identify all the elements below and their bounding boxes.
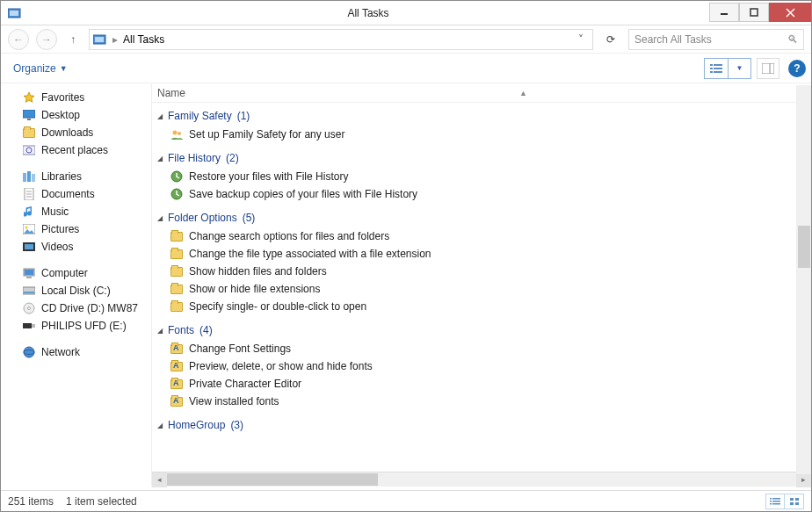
search-input[interactable]: Search All Tasks 🔍︎ <box>628 29 804 50</box>
status-icons-view-button[interactable] <box>785 494 804 509</box>
list-item[interactable]: Show or hide file extensions <box>157 280 811 298</box>
svg-rect-34 <box>26 277 32 278</box>
preview-pane-button[interactable] <box>757 58 779 79</box>
horizontal-scrollbar[interactable]: ◂ ▸ <box>152 472 811 487</box>
vscroll-thumb[interactable] <box>798 226 810 268</box>
forward-button[interactable]: → <box>36 29 57 50</box>
close-button[interactable] <box>769 3 811 22</box>
column-header-name[interactable]: Name <box>157 87 185 99</box>
view-dropdown-icon[interactable]: ▼ <box>728 59 750 78</box>
address-dropdown-icon[interactable]: ˅ <box>578 33 589 46</box>
svg-rect-11 <box>714 68 722 69</box>
sidebar-item[interactable]: Music <box>1 203 151 220</box>
collapse-icon[interactable]: ◢ <box>157 214 163 222</box>
sidebar-libraries[interactable]: Libraries <box>1 168 151 185</box>
chevron-down-icon: ▼ <box>60 64 68 73</box>
scroll-right-button[interactable]: ▸ <box>796 472 811 487</box>
usb-icon <box>22 319 36 333</box>
group-header[interactable]: ◢File History (2) <box>157 148 811 168</box>
group-name: Folder Options <box>168 212 237 224</box>
recent-icon <box>22 143 36 157</box>
computer-icon <box>22 266 36 280</box>
status-selected: 1 item selected <box>66 495 137 508</box>
content-pane: Name ▲ ◢Family Safety (1)Set up Family S… <box>152 83 811 487</box>
item-label: Change the file type associated with a f… <box>189 248 431 260</box>
pictures-icon <box>22 222 36 236</box>
list-item[interactable]: APrivate Character Editor <box>157 375 811 393</box>
sidebar-item[interactable]: Videos <box>1 238 151 256</box>
sidebar-favorites[interactable]: Favorites <box>1 89 151 106</box>
tree-label: Documents <box>41 188 95 200</box>
up-button[interactable]: ↑ <box>64 31 82 48</box>
minimize-button[interactable] <box>709 3 739 22</box>
file-list[interactable]: ◢Family Safety (1)Set up Family Safety f… <box>152 103 811 472</box>
list-item[interactable]: APreview, delete, or show and hide fonts <box>157 357 811 375</box>
list-item[interactable]: Show hidden files and folders <box>157 263 811 280</box>
details-view-icon[interactable] <box>705 59 728 78</box>
collapse-icon[interactable]: ◢ <box>157 112 163 120</box>
sidebar-item[interactable]: Downloads <box>1 124 151 141</box>
vertical-scrollbar[interactable] <box>796 85 811 474</box>
list-item[interactable]: Change search options for files and fold… <box>157 227 811 245</box>
address-icon <box>93 32 107 47</box>
collapse-icon[interactable]: ◢ <box>157 327 163 335</box>
group-header[interactable]: ◢Folder Options (5) <box>157 208 811 227</box>
people-icon <box>170 127 184 141</box>
status-details-view-button[interactable] <box>765 494 785 509</box>
font-icon: A <box>170 359 184 373</box>
sidebar-computer[interactable]: Computer <box>1 264 151 282</box>
sidebar-item[interactable]: Desktop <box>1 106 151 124</box>
column-header-row[interactable]: Name ▲ <box>152 83 811 103</box>
view-picker[interactable]: ▼ <box>704 58 751 79</box>
organize-menu[interactable]: Organize ▼ <box>6 59 75 78</box>
svg-rect-21 <box>23 173 26 182</box>
titlebar: All Tasks <box>1 1 811 25</box>
scroll-left-button[interactable]: ◂ <box>152 472 167 487</box>
sidebar-item[interactable]: CD Drive (D:) MW87 <box>1 299 151 317</box>
network-icon <box>22 345 36 359</box>
item-label: Show or hide file extensions <box>189 283 320 295</box>
tree-label: Network <box>41 346 80 358</box>
item-label: Change Font Settings <box>189 343 291 355</box>
list-item[interactable]: Set up Family Safety for any user <box>157 126 811 143</box>
collapse-icon[interactable]: ◢ <box>157 155 163 162</box>
videos-icon <box>22 240 36 254</box>
maximize-button[interactable] <box>739 3 769 22</box>
item-label: Save backup copies of your files with Fi… <box>189 188 417 200</box>
svg-rect-22 <box>27 171 31 182</box>
svg-rect-31 <box>25 244 33 249</box>
address-bar[interactable]: ▸ All Tasks ˅ <box>89 29 593 50</box>
status-total: 251 items <box>8 495 54 508</box>
group-header[interactable]: ◢Family Safety (1) <box>157 106 811 126</box>
back-button[interactable]: ← <box>8 29 29 50</box>
sidebar-item[interactable]: Local Disk (C:) <box>1 282 151 299</box>
sidebar-item[interactable]: Pictures <box>1 220 151 238</box>
refresh-button[interactable]: ⟳ <box>600 29 621 50</box>
list-item[interactable]: AView installed fonts <box>157 393 811 410</box>
help-button[interactable]: ? <box>788 60 806 77</box>
list-item[interactable]: Restore your files with File History <box>157 168 811 185</box>
sort-indicator-icon: ▲ <box>519 89 527 97</box>
list-item[interactable]: Save backup copies of your files with Fi… <box>157 185 811 203</box>
list-item[interactable]: Specify single- or double-click to open <box>157 298 811 315</box>
tree-label: Computer <box>41 267 88 279</box>
svg-point-38 <box>28 307 31 310</box>
list-item[interactable]: AChange Font Settings <box>157 340 811 357</box>
group-header[interactable]: ◢Fonts (4) <box>157 321 811 340</box>
breadcrumb-item[interactable]: All Tasks <box>123 33 164 46</box>
hscroll-thumb[interactable] <box>167 473 378 486</box>
collapse-icon[interactable]: ◢ <box>157 422 163 429</box>
item-label: Show hidden files and folders <box>189 265 327 278</box>
group-name: File History <box>168 152 221 164</box>
system-icon[interactable] <box>6 4 24 22</box>
sidebar-item[interactable]: Documents <box>1 185 151 203</box>
cd-icon <box>22 301 36 315</box>
svg-rect-49 <box>770 501 772 502</box>
sidebar-item[interactable]: Recent places <box>1 141 151 159</box>
sidebar-network[interactable]: Network <box>1 343 151 361</box>
font-icon: A <box>170 394 184 408</box>
svg-point-41 <box>24 347 34 357</box>
list-item[interactable]: Change the file type associated with a f… <box>157 245 811 263</box>
sidebar-item[interactable]: PHILIPS UFD (E:) <box>1 317 151 335</box>
group-header[interactable]: ◢HomeGroup (3) <box>157 415 811 435</box>
